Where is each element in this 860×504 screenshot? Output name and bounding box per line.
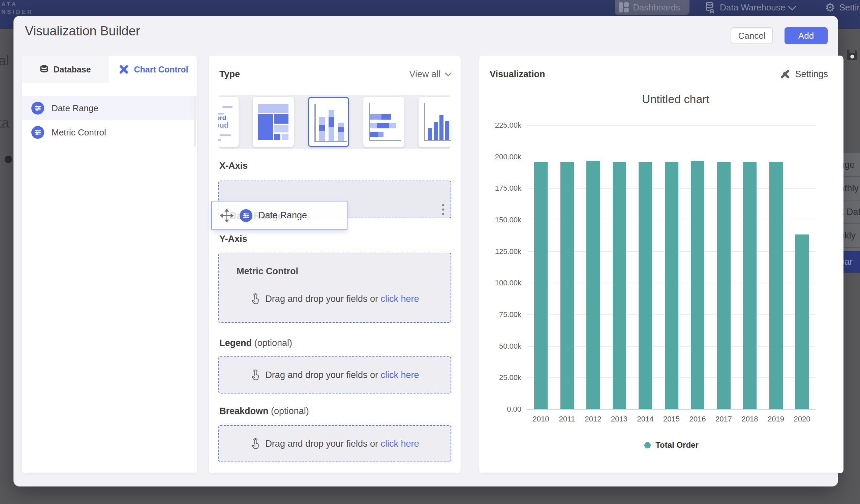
tab-label: Database xyxy=(53,65,91,74)
dragged-field-chip[interactable]: Date Range xyxy=(211,201,347,230)
bar-2019[interactable] xyxy=(769,162,783,409)
kebab-menu-icon[interactable] xyxy=(436,200,450,219)
builder-panel: Type View all Word Cloud xyxy=(209,56,461,473)
bar-2017[interactable] xyxy=(717,162,731,409)
visualization-builder-modal: Visualization Builder Cancel Add Databas… xyxy=(13,16,838,487)
y-tick-label: 225.00k xyxy=(477,121,521,130)
y-tick-label: 25.00k xyxy=(477,373,521,382)
screen: { "topbar": { "logo_line1": "ATA", "logo… xyxy=(0,0,860,504)
chart-type-horizontal-bar[interactable] xyxy=(363,97,404,147)
legend-drop-zone[interactable]: Drag and drop your fields or click here xyxy=(218,357,451,393)
bar-2010[interactable] xyxy=(534,162,548,409)
cancel-button[interactable]: Cancel xyxy=(731,27,773,44)
tab-label: Chart Control xyxy=(134,65,188,74)
save-icon[interactable] xyxy=(846,48,859,62)
horizontal-bar-thumbnail xyxy=(369,103,401,141)
click-here-link[interactable]: click here xyxy=(381,294,419,304)
y-tick-label: 175.00k xyxy=(477,184,521,193)
word-cloud-thumbnail: Word Cloud xyxy=(218,97,239,147)
chart-type-treemap[interactable] xyxy=(253,97,294,147)
y-axis-field-label: Metric Control xyxy=(236,266,298,277)
modal-title: Visualization Builder xyxy=(25,24,140,39)
chart-type-column[interactable] xyxy=(418,97,451,147)
app-logo: NSIDER xyxy=(1,9,33,15)
y-tick-label: 0.00 xyxy=(477,405,521,414)
background-clipped-text: al xyxy=(0,53,9,68)
click-here-link[interactable]: click here xyxy=(381,438,419,449)
y-axis-section-label: Y-Axis xyxy=(219,234,247,244)
drop-hint: Drag and drop your fields or click here xyxy=(219,369,450,381)
x-tick-label: 2015 xyxy=(658,415,685,423)
click-here-link[interactable]: click here xyxy=(381,370,419,380)
background-bullet xyxy=(5,156,12,163)
x-tick-label: 2019 xyxy=(763,415,790,423)
app-logo: ATA xyxy=(1,1,17,8)
scrollbar[interactable] xyxy=(194,96,196,146)
legend-section-label: Legend (optional) xyxy=(219,338,292,348)
tab-database[interactable]: Database xyxy=(22,56,109,83)
chevron-down-icon xyxy=(444,72,452,77)
chevron-down-icon xyxy=(788,2,796,11)
drop-hint: Drag and drop your fields or click here xyxy=(219,438,450,449)
breakdown-drop-zone[interactable]: Drag and drop your fields or click here xyxy=(218,425,451,462)
bar-2020[interactable] xyxy=(795,234,809,409)
database-icon xyxy=(40,64,48,74)
breakdown-section-label: Breakdown (optional) xyxy=(219,406,309,416)
bar-2014[interactable] xyxy=(639,162,652,409)
bar-2012[interactable] xyxy=(586,161,600,409)
y-tick-label: 150.00k xyxy=(477,216,521,225)
nav-item-data-warehouse[interactable]: Data Warehouse xyxy=(704,0,795,15)
y-tick-label: 125.00k xyxy=(477,247,521,256)
y-tick-label: 200.00k xyxy=(477,153,521,161)
settings-label: Settings xyxy=(795,69,828,80)
x-tick-label: 2018 xyxy=(736,415,763,423)
gridline xyxy=(527,157,816,157)
type-section-label: Type xyxy=(219,69,240,80)
x-tick-label: 2010 xyxy=(527,415,554,423)
y-tick-label: 50.00k xyxy=(477,342,521,351)
field-label: Date Range xyxy=(52,103,98,114)
x-tick-label: 2013 xyxy=(606,415,633,423)
x-tick-label: 2011 xyxy=(554,415,580,423)
bar-chart-plot: 0.0025.00k50.00k75.00k100.00k125.00k150.… xyxy=(527,125,824,409)
nav-label: Dashboards xyxy=(633,2,680,13)
tools-icon xyxy=(118,64,129,75)
visualization-panel: Visualization Settings Untitled chart 0.… xyxy=(479,56,844,473)
tab-chart-control[interactable]: Chart Control xyxy=(109,56,197,83)
field-item-metric-control[interactable]: Metric Control xyxy=(22,120,197,145)
bar-2013[interactable] xyxy=(613,162,626,409)
gridline xyxy=(527,125,816,126)
x-tick-label: 2020 xyxy=(789,415,816,423)
y-tick-label: 75.00k xyxy=(477,310,521,319)
chart-legend: Total Order xyxy=(527,440,816,450)
tap-hand-icon xyxy=(250,369,260,381)
tap-hand-icon xyxy=(250,293,260,305)
chart-type-word-cloud[interactable]: Word Cloud xyxy=(218,97,239,147)
y-axis-drop-zone[interactable]: Metric Control Drag and drop your fields… xyxy=(218,253,451,323)
x-tick-label: 2016 xyxy=(684,415,711,423)
bar-2018[interactable] xyxy=(743,162,757,409)
view-all-dropdown[interactable]: View all xyxy=(409,69,452,80)
dashboard-grid-icon xyxy=(619,2,629,13)
settings-button[interactable]: Settings xyxy=(779,68,828,80)
visualization-header: Visualization xyxy=(490,69,545,80)
bar-2016[interactable] xyxy=(691,161,704,409)
x-axis-section-label: X-Axis xyxy=(219,161,248,171)
drop-hint: Drag and drop your fields or click here xyxy=(219,293,450,305)
treemap-thumbnail xyxy=(258,104,288,140)
nav-item-dashboards[interactable]: Dashboards xyxy=(619,0,680,15)
sliders-icon xyxy=(31,126,44,139)
drag-ghost-label: Date Range xyxy=(229,210,283,221)
x-tick-label: 2012 xyxy=(579,415,606,423)
add-button[interactable]: Add xyxy=(785,27,828,44)
gear-icon: ⚙ xyxy=(825,2,835,13)
chart-type-stacked-column[interactable] xyxy=(308,97,349,147)
view-all-label: View all xyxy=(409,69,441,80)
legend-dot xyxy=(644,442,651,448)
nav-item-settings[interactable]: ⚙ Settings xyxy=(825,0,860,15)
warehouse-database-icon xyxy=(704,1,716,13)
bar-2015[interactable] xyxy=(665,162,678,409)
field-item-date-range[interactable]: Date Range xyxy=(22,96,197,120)
bar-2011[interactable] xyxy=(560,162,574,409)
nav-label: Settings xyxy=(839,2,860,13)
